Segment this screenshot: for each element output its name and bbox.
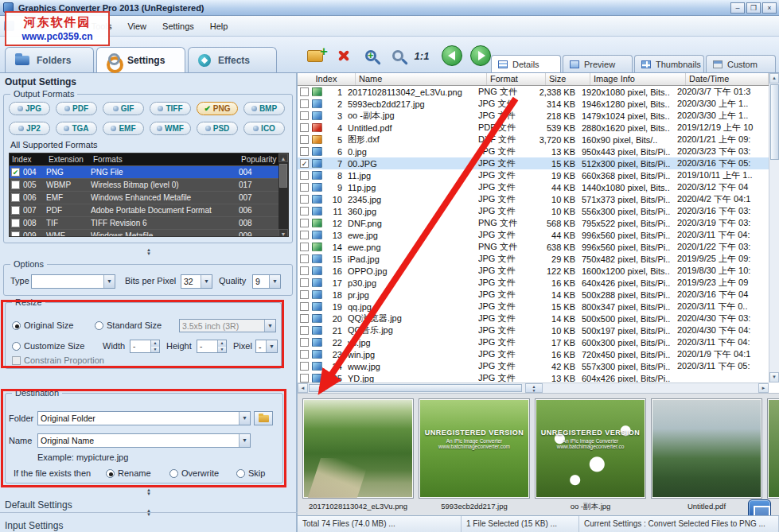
type-select[interactable]: ▼ xyxy=(31,274,115,289)
file-row[interactable]: 14ewe.pngPNG 文件638 KB996x560 pixel, Bits… xyxy=(298,241,769,253)
scrollbar-thumb[interactable] xyxy=(309,384,522,392)
format-button-tga[interactable]: TGA xyxy=(56,122,97,135)
file-checkbox[interactable] xyxy=(300,195,309,204)
horizontal-scrollbar[interactable]: ◄ ▲▼ ► xyxy=(298,382,769,393)
file-row[interactable]: 60.jpgJPG 文件13 KB950x443 pixel, Bits/Pi.… xyxy=(298,146,769,157)
section-splitter[interactable]: ▲▼ xyxy=(140,509,158,517)
file-row[interactable]: 911p.jpgJPG 文件44 KB1440x1080 pixel, Bits… xyxy=(298,181,769,193)
file-row[interactable]: 11360.jpgJPG 文件10 KB556x300 pixel, Bits/… xyxy=(298,205,769,217)
tab-folders[interactable]: Folders xyxy=(5,47,94,72)
file-checkbox[interactable] xyxy=(300,266,309,275)
tab-preview[interactable]: Preview xyxy=(563,55,633,72)
scroll-down-icon[interactable]: ▼ xyxy=(278,229,288,237)
format-button-jp2[interactable]: JP2 xyxy=(9,122,50,135)
file-checkbox[interactable] xyxy=(300,231,309,239)
file-row[interactable]: 120171028113042_eL3Vu.pngPNG 文件2,338 KB1… xyxy=(298,86,769,98)
original-size-radio[interactable] xyxy=(12,321,21,330)
file-row[interactable]: 13ewe.jpgJPG 文件44 KB996x560 pixel, Bits/… xyxy=(298,229,769,241)
format-row-checkbox[interactable] xyxy=(11,181,20,189)
file-checkbox[interactable] xyxy=(300,207,309,216)
file-header-name[interactable]: Name xyxy=(356,73,487,85)
formats-table-scrollbar[interactable]: ▲ ▼ xyxy=(278,153,288,237)
overwrite-radio[interactable] xyxy=(169,469,178,478)
width-input[interactable]: - ▲▼ xyxy=(130,340,160,353)
file-row[interactable]: 23win.jpgJPG 文件16 KB720x450 pixel, Bits/… xyxy=(298,348,769,360)
default-settings-section[interactable]: Default Settings xyxy=(5,499,72,511)
file-checkbox[interactable] xyxy=(300,374,309,382)
file-row[interactable]: 20QQ浏览器.jpgJPG 文件14 KB500x500 pixel, Bit… xyxy=(298,313,769,324)
chevron-down-icon[interactable]: ▼ xyxy=(269,275,280,288)
format-row-checkbox[interactable]: ✔ xyxy=(11,168,20,177)
file-row[interactable]: 17p30.jpgJPG 文件16 KB640x426 pixel, Bits/… xyxy=(298,277,769,289)
thumbnail-item[interactable]: Untitled.pdf xyxy=(651,398,762,515)
chevron-down-icon[interactable]: ▼ xyxy=(239,412,250,425)
minimize-button[interactable]: – xyxy=(730,2,745,14)
format-button-gif[interactable]: GIF xyxy=(103,102,144,115)
next-button[interactable] xyxy=(468,43,493,68)
thumbnail-item[interactable] xyxy=(767,398,779,515)
format-row-checkbox[interactable] xyxy=(11,231,20,237)
formats-header-extension[interactable]: Extension xyxy=(46,153,91,165)
actual-size-button[interactable]: 1:1 xyxy=(409,43,434,68)
file-row[interactable]: 18pr.jpgJPG 文件14 KB500x288 pixel, Bits/P… xyxy=(298,289,769,301)
chevron-down-icon[interactable]: ▼ xyxy=(201,275,212,288)
format-row-checkbox[interactable] xyxy=(11,193,20,202)
format-button-png[interactable]: ✔PNG xyxy=(197,102,238,115)
file-row[interactable]: 24www.jpgJPG 文件42 KB557x300 pixel, Bits/… xyxy=(298,360,769,372)
unit-select[interactable]: - ▼ xyxy=(255,340,278,353)
format-row[interactable]: 007PDFAdobe Portable Document Format006 xyxy=(10,204,288,216)
format-row[interactable]: ✔004PNGPNG File004 xyxy=(10,165,288,178)
format-row[interactable]: 009WMFWindows Metafile009 xyxy=(10,229,288,237)
tab-settings[interactable]: Settings xyxy=(96,47,185,72)
file-row[interactable]: 811.jpgJPG 文件19 KB660x368 pixel, Bits/Pi… xyxy=(298,169,769,181)
file-checkbox[interactable] xyxy=(300,254,309,263)
file-row[interactable]: 25YD.jpgJPG 文件13 KB604x426 pixel, Bits/P… xyxy=(298,372,769,382)
input-settings-section[interactable]: Input Settings xyxy=(5,520,63,531)
file-checkbox[interactable] xyxy=(300,290,309,299)
format-button-tiff[interactable]: TIFF xyxy=(150,102,191,115)
scrollbar-thumb[interactable] xyxy=(770,84,779,160)
file-checkbox[interactable] xyxy=(300,99,309,108)
constrain-checkbox[interactable] xyxy=(12,356,21,365)
section-splitter[interactable]: ▲▼ xyxy=(140,248,158,256)
file-row[interactable]: 15iPad.jpgJPG 文件29 KB750x482 pixel, Bits… xyxy=(298,253,769,265)
file-checkbox[interactable] xyxy=(300,219,309,227)
file-checkbox[interactable] xyxy=(300,87,309,96)
close-button[interactable]: × xyxy=(762,2,777,14)
format-row[interactable]: 008TIFTIFF Revision 6008 xyxy=(10,216,288,229)
file-checkbox[interactable] xyxy=(300,338,309,347)
file-row[interactable]: 4Untitled.pdfPDF 文件539 KB2880x1620 pixel… xyxy=(298,122,769,134)
file-header-size[interactable]: Size xyxy=(546,73,590,85)
menu-settings[interactable]: Settings xyxy=(154,17,202,35)
file-row[interactable]: 19qq.jpgJPG 文件15 KB800x347 pixel, Bits/P… xyxy=(298,301,769,313)
file-row[interactable]: 3oo -副本.jpgJPG 文件218 KB1479x1024 pixel, … xyxy=(298,110,769,122)
chevron-down-icon[interactable]: ▼ xyxy=(266,340,277,352)
file-checkbox[interactable] xyxy=(300,302,309,311)
formats-header-popularity[interactable]: Popularity xyxy=(239,153,280,165)
standard-size-radio[interactable] xyxy=(95,321,103,330)
spinner-arrows-icon[interactable]: ▲▼ xyxy=(217,340,226,352)
format-button-emf[interactable]: EMF xyxy=(103,122,144,135)
chevron-down-icon[interactable]: ▼ xyxy=(264,320,275,332)
chevron-down-icon[interactable]: ▼ xyxy=(239,434,250,447)
file-checkbox[interactable] xyxy=(300,111,309,120)
file-row[interactable]: 16OPPO.jpgJPG 文件122 KB1600x1200 pixel, B… xyxy=(298,265,769,277)
add-files-button[interactable] xyxy=(302,43,328,68)
format-button-psd[interactable]: PSD xyxy=(197,122,238,135)
tab-custom[interactable]: Custom xyxy=(706,55,776,72)
file-checkbox[interactable] xyxy=(300,350,309,359)
format-button-jpg[interactable]: JPG xyxy=(9,102,50,115)
file-checkbox[interactable] xyxy=(300,123,309,132)
remove-files-button[interactable] xyxy=(331,43,356,68)
file-header-format[interactable]: Format xyxy=(487,73,546,85)
formats-header-index[interactable]: Index xyxy=(10,153,46,165)
format-button-wmf[interactable]: WMF xyxy=(150,122,191,135)
browse-folder-button[interactable] xyxy=(254,411,273,425)
file-row[interactable]: ✓700.JPGJPG 文件15 KB512x300 pixel, Bits/P… xyxy=(298,157,769,169)
scroll-left-icon[interactable]: ◄ xyxy=(298,383,308,393)
spinner-arrows-icon[interactable]: ▲▼ xyxy=(150,340,159,352)
bits-select[interactable]: 32 ▼ xyxy=(181,274,212,289)
file-row[interactable]: 21QQ音乐.jpgJPG 文件10 KB500x197 pixel, Bits… xyxy=(298,324,769,336)
format-button-ico[interactable]: ICO xyxy=(243,122,285,135)
tab-details[interactable]: Details xyxy=(491,55,561,72)
